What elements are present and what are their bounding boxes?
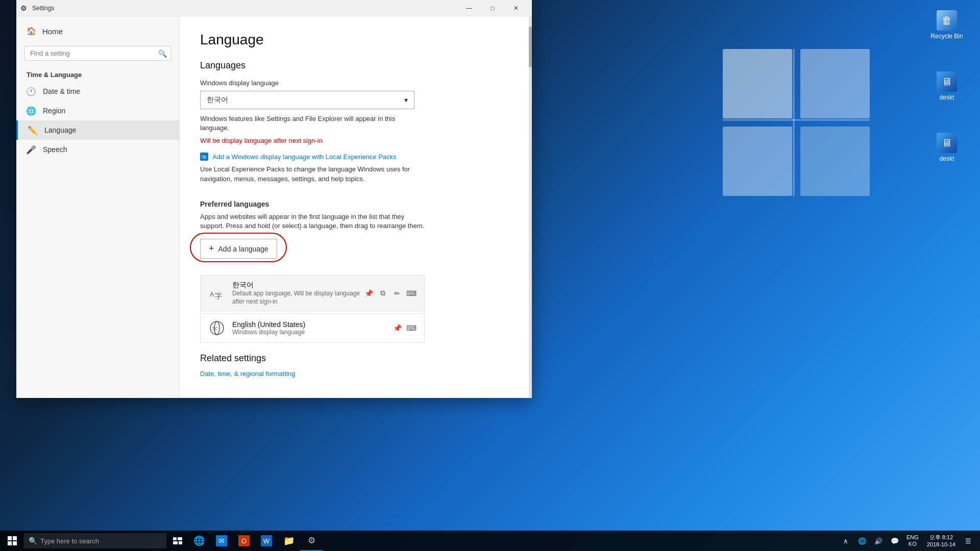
taskbar-search-icon: 🔍	[29, 537, 37, 545]
mic-icon: 🎤	[27, 145, 36, 154]
word-icon: W	[261, 535, 272, 546]
chevron-down-icon: ▾	[404, 96, 408, 104]
svg-rect-17	[173, 541, 178, 544]
minimize-button[interactable]: —	[457, 0, 481, 16]
taskbar-pinned-apps: 🌐 ✉ O W 📁 ⚙	[188, 531, 323, 551]
taskbar-ie-app[interactable]: 🌐	[188, 531, 210, 551]
taskbar-word-app[interactable]: W	[255, 531, 278, 551]
scrollbar-thumb[interactable]	[529, 27, 532, 67]
taskbar-mail-app[interactable]: ✉	[210, 531, 233, 551]
english-language-name: English (United States)	[232, 320, 391, 329]
notification-chevron[interactable]: ∧	[838, 531, 853, 551]
settings-window: ⚙ Settings — □ ✕ 🏠 Home 🔍 Time & Languag…	[16, 0, 532, 398]
pin2-icon[interactable]: 📌	[391, 322, 403, 334]
ie-icon: 🌐	[193, 535, 205, 546]
store-icon: 🛍	[200, 153, 208, 161]
desktop-shortcut-label: deskt	[940, 94, 954, 101]
home-label: Home	[42, 27, 63, 36]
section-divider	[200, 188, 511, 200]
window-controls: — □ ✕	[457, 0, 528, 16]
keyboard2-icon[interactable]: ⌨	[406, 322, 417, 334]
edit-icon[interactable]: ✏	[391, 288, 403, 299]
svg-rect-18	[179, 541, 182, 544]
add-lep-link-text: Add a Windows display language with Loca…	[212, 153, 397, 161]
recycle-bin-icon: 🗑 Recycle Bin	[929, 10, 965, 40]
svg-rect-1	[800, 49, 870, 118]
svg-rect-12	[13, 536, 17, 540]
korean-language-item[interactable]: A 字 한국어 Default app language, Will be di…	[200, 275, 425, 311]
recycle-bin-label: Recycle Bin	[930, 33, 963, 40]
sidebar-date-time-label: Date & time	[43, 87, 80, 95]
action-center-icon[interactable]: ☰	[961, 531, 976, 551]
english-language-item[interactable]: 字 English (United States) Windows displa…	[200, 313, 425, 343]
taskbar-office-app[interactable]: O	[233, 531, 255, 551]
english-language-actions: 📌 ⌨	[391, 322, 417, 334]
taskbar-search-placeholder: Type here to search	[40, 537, 99, 545]
svg-text:A: A	[210, 291, 214, 298]
pin-icon[interactable]: 📌	[363, 288, 374, 299]
task-view-button[interactable]	[167, 531, 188, 551]
mail-icon: ✉	[216, 535, 227, 546]
start-button[interactable]	[2, 531, 22, 551]
clock-date: 2018-10-14	[927, 541, 955, 548]
english-language-sub: Windows display language	[232, 329, 391, 337]
add-lep-info: Use Local Experience Packs to change the…	[200, 165, 425, 183]
keyboard-icon[interactable]: ⌨	[406, 288, 417, 299]
main-content: Language Languages Windows display langu…	[180, 16, 532, 398]
language-icon: ✏️	[28, 126, 37, 135]
korean-language-icon: A 字	[208, 284, 226, 303]
taskbar-explorer-app[interactable]: 📁	[278, 531, 300, 551]
korean-language-text: 한국어 Default app language, Will be displa…	[232, 281, 363, 306]
related-link-text: Date, time, & regional formatting	[200, 370, 295, 378]
related-settings-title: Related settings	[200, 353, 511, 364]
sidebar-speech-label: Speech	[43, 145, 67, 154]
languages-section-title: Languages	[200, 60, 511, 71]
korean-language-name: 한국어	[232, 281, 363, 290]
copy-icon[interactable]: ⧉	[377, 288, 388, 299]
display-language-dropdown[interactable]: 한국어 ▾	[200, 91, 414, 109]
sidebar: 🏠 Home 🔍 Time & Language 🕐 Date & time 🌐…	[16, 16, 180, 398]
display-language-warning: Will be display language after next sign…	[200, 137, 511, 144]
scrollbar[interactable]	[529, 16, 532, 398]
svg-text:字: 字	[212, 326, 217, 332]
svg-rect-13	[8, 541, 12, 545]
sidebar-language-label: Language	[44, 126, 76, 134]
window-body: 🏠 Home 🔍 Time & Language 🕐 Date & time 🌐…	[16, 16, 532, 398]
network-icon[interactable]: 🌐	[854, 531, 870, 551]
taskbar-search[interactable]: 🔍 Type here to search	[23, 533, 166, 548]
display-language-label: Windows display language	[200, 79, 511, 87]
office-icon: O	[238, 535, 250, 546]
clock-icon: 🕐	[27, 87, 36, 96]
svg-rect-3	[800, 127, 870, 196]
related-link[interactable]: Date, time, & regional formatting	[200, 370, 511, 378]
sidebar-home-item[interactable]: 🏠 Home	[16, 20, 179, 42]
notification-icon[interactable]: 💬	[887, 531, 902, 551]
display-language-info: Windows features like Settings and File …	[200, 114, 425, 133]
window-title: Settings	[30, 5, 457, 12]
home-icon: 🏠	[27, 27, 36, 36]
page-title: Language	[200, 32, 511, 48]
maximize-button[interactable]: □	[481, 0, 504, 16]
add-lep-link[interactable]: 🛍 Add a Windows display language with Lo…	[200, 153, 511, 161]
sound-icon[interactable]: 🔊	[871, 531, 886, 551]
close-button[interactable]: ✕	[504, 0, 528, 16]
clock-hour-min: 8:12	[942, 534, 953, 540]
korean-language-sub: Default app language, Will be display la…	[232, 290, 363, 306]
recycle-bin-image: 🗑	[937, 10, 957, 31]
svg-rect-16	[178, 537, 182, 540]
sidebar-region-label: Region	[43, 107, 65, 115]
clock-time: 오후 8:12	[929, 534, 953, 541]
find-setting-input[interactable]	[24, 46, 171, 61]
input-language-indicator[interactable]: ENG KO	[903, 531, 922, 551]
taskbar-settings-app[interactable]: ⚙	[300, 531, 323, 551]
lang-bottom: KO	[909, 541, 917, 547]
sidebar-item-language[interactable]: ✏️ Language	[16, 120, 179, 140]
clock-ampm: 오후	[929, 534, 941, 540]
svg-rect-11	[8, 536, 12, 540]
sidebar-item-speech[interactable]: 🎤 Speech	[16, 140, 179, 159]
add-language-label: Add a language	[218, 245, 268, 253]
add-language-button[interactable]: + Add a language	[200, 239, 277, 259]
sidebar-item-date-time[interactable]: 🕐 Date & time	[16, 82, 179, 101]
sidebar-item-region[interactable]: 🌐 Region	[16, 101, 179, 120]
system-clock[interactable]: 오후 8:12 2018-10-14	[923, 531, 960, 551]
